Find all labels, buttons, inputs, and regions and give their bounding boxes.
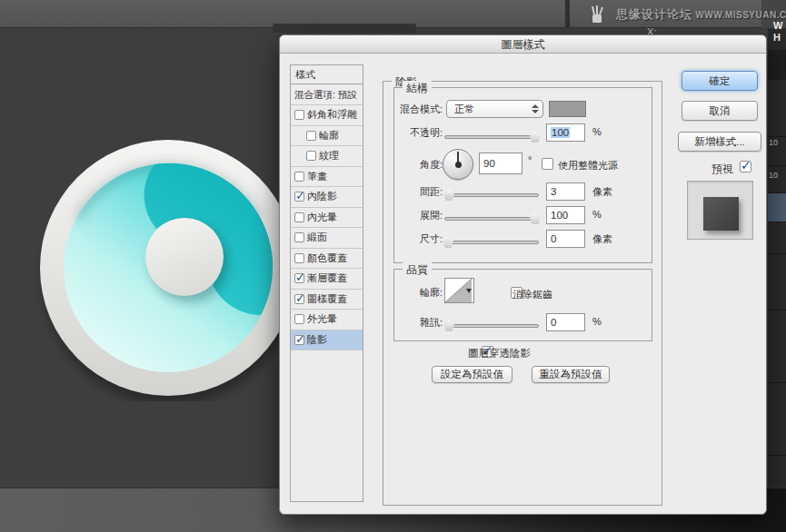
style-checkbox[interactable] xyxy=(294,253,304,263)
style-label: 圖樣覆蓋 xyxy=(307,292,347,306)
shadow-color-swatch[interactable] xyxy=(549,101,586,117)
styles-panel: 樣式 混合選項: 預設 斜角和浮雕輪廓紋理筆畫內陰影內光暈緞面顏色覆蓋漸層覆蓋圖… xyxy=(290,64,363,502)
style-label: 顏色覆蓋 xyxy=(307,251,347,265)
yin-yang-icon-artwork xyxy=(35,134,302,401)
opacity-value: 100 xyxy=(551,127,570,138)
noise-unit: % xyxy=(592,316,602,327)
opacity-label: 不透明: xyxy=(387,126,443,140)
panel-selected-row[interactable] xyxy=(768,192,786,222)
reset-default-button[interactable]: 重設為預設值 xyxy=(532,366,610,383)
new-style-label: 新增樣式... xyxy=(694,135,745,149)
size-value: 0 xyxy=(551,233,556,244)
styles-list: 斜角和浮雕輪廓紋理筆畫內陰影內光暈緞面顏色覆蓋漸層覆蓋圖樣覆蓋外光暈陰影 xyxy=(291,105,363,350)
style-list-item[interactable]: 漸層覆蓋 xyxy=(291,269,363,290)
size-unit: 像素 xyxy=(592,232,612,246)
style-list-item[interactable]: 斜角和浮雕 xyxy=(291,105,363,126)
spread-slider[interactable] xyxy=(444,212,539,224)
slider-handle[interactable] xyxy=(443,189,455,201)
style-label: 筆畫 xyxy=(307,170,327,183)
panel-truncated-value: 10 xyxy=(769,138,778,147)
distance-label: 間距: xyxy=(387,185,443,199)
height-label: H xyxy=(773,32,781,43)
distance-value: 3 xyxy=(551,186,556,197)
opacity-unit: % xyxy=(592,126,602,137)
style-label: 內光暈 xyxy=(307,211,337,224)
slider-handle[interactable] xyxy=(443,236,454,248)
preview-checkbox[interactable] xyxy=(740,161,751,172)
style-checkbox[interactable] xyxy=(294,232,304,242)
size-label: 尺寸: xyxy=(387,232,443,246)
angle-field[interactable]: 90 xyxy=(479,153,522,174)
style-checkbox[interactable] xyxy=(294,212,304,222)
toolbar-separator xyxy=(565,0,570,28)
style-list-item[interactable]: 內光暈 xyxy=(291,208,363,229)
preview-label: 預視 xyxy=(711,162,733,177)
size-slider[interactable] xyxy=(444,236,539,248)
panels-strip: 10 10 xyxy=(768,28,786,532)
cancel-label: 取消 xyxy=(710,104,731,118)
style-label: 陰影 xyxy=(307,333,327,347)
spread-value: 100 xyxy=(551,210,568,221)
contour-label: 輪廓: xyxy=(387,286,443,300)
dialog-titlebar[interactable]: 圖層樣式 xyxy=(280,35,766,54)
style-checkbox[interactable] xyxy=(294,335,304,345)
style-checkbox[interactable] xyxy=(294,110,304,120)
style-list-item[interactable]: 顏色覆蓋 xyxy=(291,249,363,270)
layer-style-dialog: 圖層樣式 樣式 混合選項: 預設 斜角和浮雕輪廓紋理筆畫內陰影內光暈緞面顏色覆蓋… xyxy=(279,34,767,515)
knockout-label: 圖層穿透陰影 xyxy=(468,347,531,360)
angle-value: 90 xyxy=(483,158,495,169)
style-label: 斜角和浮雕 xyxy=(307,108,357,122)
noise-field[interactable]: 0 xyxy=(546,313,585,331)
reset-default-label: 重設為預設值 xyxy=(540,368,602,381)
style-list-item[interactable]: 緞面 xyxy=(291,228,363,249)
contour-picker[interactable] xyxy=(444,278,474,303)
preview-thumbnail-well xyxy=(687,181,753,240)
make-default-button[interactable]: 設定為預設值 xyxy=(432,366,512,383)
size-field[interactable]: 0 xyxy=(546,230,585,248)
distance-unit: 像素 xyxy=(592,185,612,199)
structure-legend: 結構 xyxy=(403,81,432,96)
noise-slider[interactable] xyxy=(444,320,539,331)
global-light-checkbox[interactable] xyxy=(542,158,553,170)
ok-button[interactable]: 確定 xyxy=(682,71,758,91)
watermark-site-url: WWW.MISSYUAN.COM xyxy=(695,10,786,20)
distance-field[interactable]: 3 xyxy=(546,182,585,201)
blend-mode-dropdown[interactable]: 正常 xyxy=(446,100,543,118)
style-checkbox[interactable] xyxy=(294,314,304,324)
ok-label: 確定 xyxy=(710,74,731,88)
style-list-item[interactable]: 圖樣覆蓋 xyxy=(291,290,363,310)
cancel-button[interactable]: 取消 xyxy=(682,101,758,121)
style-checkbox[interactable] xyxy=(294,294,304,304)
new-style-button[interactable]: 新增樣式... xyxy=(678,132,761,152)
spread-field[interactable]: 100 xyxy=(546,206,585,224)
style-list-item[interactable]: 輪廓 xyxy=(291,126,363,147)
angle-unit: ° xyxy=(528,154,532,165)
style-checkbox[interactable] xyxy=(294,273,304,283)
style-checkbox[interactable] xyxy=(294,192,304,202)
style-label: 外光暈 xyxy=(307,312,337,326)
preview-thumbnail xyxy=(703,197,739,231)
dialog-title: 圖層樣式 xyxy=(502,38,545,51)
angle-dial[interactable] xyxy=(443,149,473,180)
style-checkbox[interactable] xyxy=(306,131,316,141)
style-checkbox[interactable] xyxy=(306,151,316,161)
noise-label: 雜訊: xyxy=(387,316,443,330)
style-list-item[interactable]: 筆畫 xyxy=(291,167,363,188)
style-label: 紋理 xyxy=(319,149,339,163)
opacity-slider[interactable] xyxy=(444,131,539,143)
global-light-label: 使用整體光源 xyxy=(558,159,618,172)
contour-dropdown-arrow-icon[interactable] xyxy=(466,289,472,293)
angle-label: 角度: xyxy=(387,158,443,172)
blending-options-item[interactable]: 混合選項: 預設 xyxy=(291,84,363,105)
style-label: 漸層覆蓋 xyxy=(307,271,347,285)
style-list-item[interactable]: 紋理 xyxy=(291,146,363,167)
opacity-field[interactable]: 100 xyxy=(546,123,585,142)
make-default-label: 設定為預設值 xyxy=(441,368,503,381)
style-list-item[interactable]: 內陰影 xyxy=(291,187,363,208)
style-list-item[interactable]: 陰影 xyxy=(291,330,363,351)
style-list-item[interactable]: 外光暈 xyxy=(291,310,363,330)
distance-slider[interactable] xyxy=(444,189,539,201)
slider-handle[interactable] xyxy=(443,320,455,331)
style-checkbox[interactable] xyxy=(294,172,304,182)
angle-dial-center xyxy=(455,162,462,168)
